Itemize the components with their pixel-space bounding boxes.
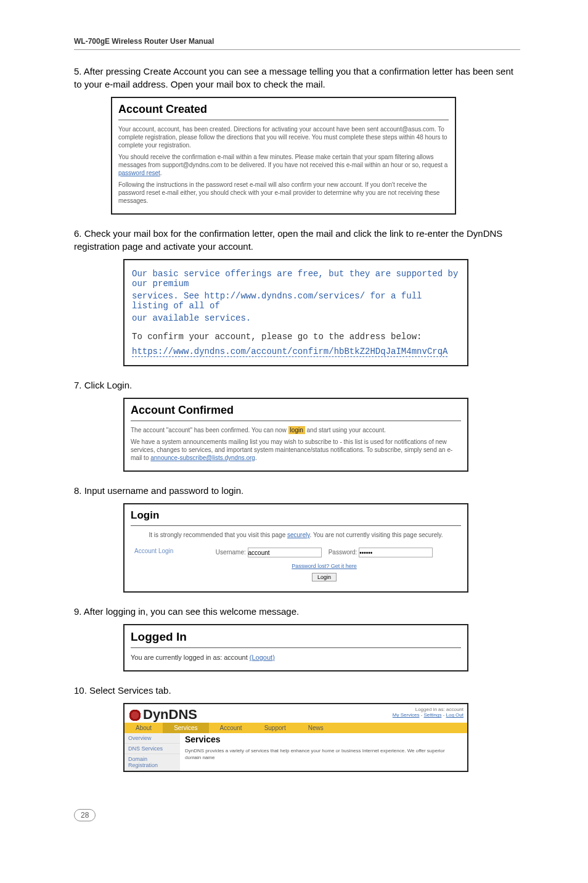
mail-l2: services. See http://www.dyndns.com/serv… xyxy=(132,291,460,311)
forgot-password-link[interactable]: Password lost? Get it here xyxy=(292,563,357,569)
password-reset-link[interactable]: password reset xyxy=(118,170,160,176)
logged-in-msg: You are currently logged in as: account … xyxy=(131,653,461,662)
services-body: DynDNS provides a variety of services th… xyxy=(185,748,462,761)
securely-link[interactable]: securely xyxy=(287,532,310,538)
step-7: 7. Click Login. xyxy=(74,379,520,392)
created-p1: Your account, account, has been created.… xyxy=(118,125,449,149)
heading-account-created: Account Created xyxy=(118,103,449,116)
tab-support[interactable]: Support xyxy=(253,723,297,733)
top-link-services[interactable]: My Services xyxy=(393,712,420,718)
step-5: 5. After pressing Create Account you can… xyxy=(74,65,520,91)
screenshot-account-created: Account Created Your account, account, h… xyxy=(111,97,456,215)
step-6: 6. Check your mail box for the confirmat… xyxy=(74,227,520,253)
side-overview[interactable]: Overview xyxy=(125,733,180,744)
mail-confirm-url[interactable]: https://www.dyndns.com/account/confirm/h… xyxy=(132,347,460,356)
screenshot-account-confirmed: Account Confirmed The account "account" … xyxy=(123,398,468,472)
created-p3: Following the instructions in the passwo… xyxy=(118,181,449,205)
logout-link[interactable]: (Logout) xyxy=(250,654,275,661)
screenshot-login: Login It is strongly recommended that yo… xyxy=(123,503,468,593)
login-link-highlight[interactable]: login xyxy=(288,426,305,434)
screenshot-logged-in: Logged In You are currently logged in as… xyxy=(123,624,468,671)
tab-news[interactable]: News xyxy=(297,723,335,733)
sidebar-account-login: Account Login xyxy=(132,544,187,585)
mail-l3: our available services. xyxy=(132,313,460,323)
mail-l4: To confirm your account, please go to th… xyxy=(132,332,460,342)
tab-about[interactable]: About xyxy=(125,723,163,733)
login-button[interactable]: Login xyxy=(312,573,337,581)
page-header: WL-700gE Wireless Router User Manual xyxy=(74,37,520,50)
screenshot-dyndns-services: DynDNS Logged in as: account My Services… xyxy=(123,703,468,772)
gear-icon xyxy=(128,708,142,722)
step-8: 8. Input username and password to login. xyxy=(74,484,520,497)
announce-link[interactable]: announce-subscribe@lists.dyndns.org xyxy=(150,454,255,461)
password-label: Password: xyxy=(329,549,357,556)
services-heading: Services xyxy=(185,734,462,744)
mail-l1: Our basic service offerings are free, bu… xyxy=(132,269,460,289)
screenshot-mail: Our basic service offerings are free, bu… xyxy=(123,259,468,366)
confirmed-p2: We have a system announcements mailing l… xyxy=(131,438,461,462)
login-form: Account Login Username: Password: Passwo… xyxy=(131,543,461,586)
top-link-settings[interactable]: Settings xyxy=(424,712,442,718)
top-link-logout[interactable]: Log Out xyxy=(446,712,463,718)
page-number: 28 xyxy=(74,809,96,821)
side-dns[interactable]: DNS Services xyxy=(125,744,180,754)
dyndns-logo: DynDNS xyxy=(128,707,197,723)
heading-logged-in: Logged In xyxy=(131,630,461,644)
tab-account[interactable]: Account xyxy=(209,723,253,733)
password-input[interactable] xyxy=(359,548,433,557)
tab-services[interactable]: Services xyxy=(163,723,208,733)
step-10: 10. Select Services tab. xyxy=(74,684,520,697)
step-9: 9. After logging in, you can see this we… xyxy=(74,605,520,618)
created-p2: You should receive the confirmation e-ma… xyxy=(118,153,449,177)
tab-bar: About Services Account Support News xyxy=(125,723,467,733)
login-note: It is strongly recommended that you visi… xyxy=(131,531,461,539)
side-domain[interactable]: Domain Registration xyxy=(125,754,180,771)
confirmed-line: The account "account" has been confirmed… xyxy=(131,426,461,434)
heading-login: Login xyxy=(131,509,461,522)
username-input[interactable] xyxy=(248,548,322,557)
heading-account-confirmed: Account Confirmed xyxy=(131,404,461,417)
services-sidebar: Overview DNS Services Domain Registratio… xyxy=(125,733,180,771)
username-label: Username: xyxy=(216,549,246,556)
top-right-status: Logged in as: account My Services - Sett… xyxy=(393,707,463,718)
